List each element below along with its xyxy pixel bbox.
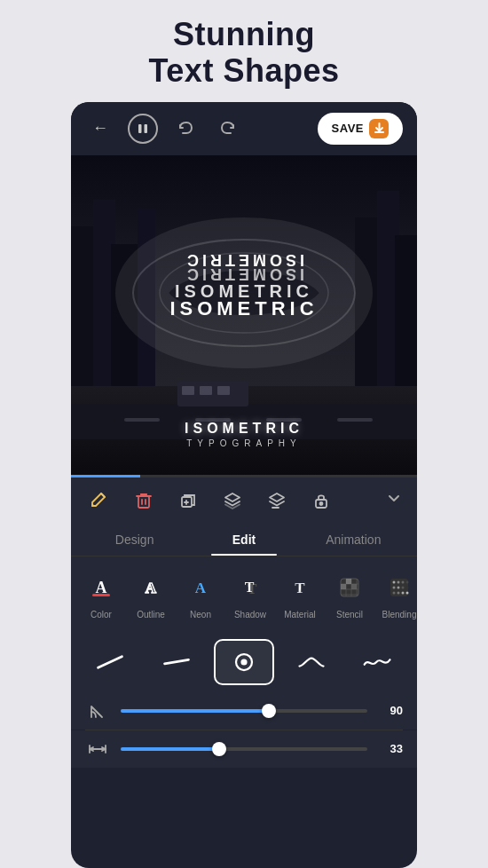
app-container: ← SAVE [71,102,417,868]
svg-text:ISOMETRIC: ISOMETRIC [175,281,313,301]
edit-tabs: Design Edit Animation [71,524,417,556]
tab-edit[interactable]: Edit [189,524,298,556]
effect-blending[interactable]: Blending [376,565,417,623]
svg-rect-52 [341,584,346,589]
svg-rect-16 [337,418,373,422]
save-button[interactable]: SAVE [318,113,403,145]
svg-text:A: A [195,580,207,596]
svg-rect-20 [217,386,230,395]
tab-design[interactable]: Design [80,524,189,556]
svg-point-65 [406,586,409,588]
material-label: Material [284,610,316,619]
shape-wave1[interactable] [82,639,138,685]
svg-text:T: T [245,580,255,595]
outline-icon: A [132,569,169,606]
svg-rect-1 [145,124,148,133]
svg-point-57 [402,580,405,583]
stencil-icon [331,569,368,606]
svg-point-66 [406,591,409,594]
shadow-label: Shadow [234,610,266,619]
effect-shadow[interactable]: T T Shadow [227,565,273,623]
undo-button[interactable] [170,114,201,144]
redo-button[interactable] [213,114,243,144]
tab-animation[interactable]: Animation [299,524,408,556]
svg-point-62 [397,591,400,594]
outline-label: Outline [137,610,165,619]
effect-color[interactable]: A Color [78,565,124,623]
angle-slider-fill [121,709,269,713]
angle-icon [85,701,110,721]
svg-rect-51 [346,579,351,584]
svg-line-73 [164,659,188,664]
minus-layers-tool[interactable] [263,486,291,515]
svg-rect-38 [92,594,110,596]
page-title: Stunning Text Shapes [35,16,453,90]
svg-rect-2 [374,131,384,133]
spacing-value: 33 [378,742,403,755]
shape-circle[interactable] [214,639,274,685]
pause-button[interactable] [128,114,158,144]
canvas-text-overlay: ISOMETRIC TYPOGRAPHY [185,421,303,448]
spacing-slider-thumb[interactable] [212,742,226,756]
svg-text:ISOMETRIC: ISOMETRIC [184,265,304,283]
svg-point-36 [320,502,323,505]
progress-bar[interactable] [71,475,417,477]
svg-point-75 [240,659,247,665]
chevron-down-button[interactable] [385,489,403,511]
spacing-slider[interactable] [121,747,367,751]
svg-point-64 [406,580,409,583]
svg-rect-0 [138,124,142,133]
shape-selector-row [71,632,417,692]
blending-icon [381,569,417,606]
pencil-tool[interactable] [85,486,114,515]
color-icon: A [83,569,120,606]
svg-point-55 [393,580,396,583]
svg-text:T: T [295,580,305,596]
svg-text:A: A [146,580,157,596]
canvas-main-text: ISOMETRIC [185,421,303,437]
material-icon: T [281,569,319,606]
svg-rect-28 [138,496,149,508]
svg-rect-19 [200,386,212,395]
blending-label: Blending [382,610,417,619]
svg-point-60 [402,586,405,588]
neon-label: Neon [190,610,211,619]
stencil-label: Stencil [336,610,363,619]
lock-tool[interactable] [307,486,335,515]
canvas-area: ISOMETRIC ISOMETRIC ISOMETRIC ISOMETRIC … [71,155,417,475]
svg-point-61 [393,591,396,594]
bottom-toolbar [71,477,417,524]
effect-neon[interactable]: A Neon [177,565,224,623]
shape-wave2[interactable] [147,639,204,685]
spacing-icon [85,739,110,759]
angle-slider[interactable] [121,709,367,713]
angle-slider-row: 90 [71,692,417,730]
svg-point-58 [393,586,396,588]
angle-value: 90 [378,704,403,717]
effect-material[interactable]: T Material [277,565,323,623]
add-layer-tool[interactable] [174,486,202,515]
svg-rect-53 [351,584,357,589]
layers-tool[interactable] [218,486,247,515]
angle-slider-thumb[interactable] [262,704,276,718]
spacing-slider-row: 33 [71,730,417,768]
trash-tool[interactable] [130,486,158,515]
svg-point-56 [397,580,400,583]
shape-s-curve[interactable] [283,639,340,685]
spacing-slider-fill [121,747,219,751]
effect-stencil[interactable]: Stencil [327,565,373,623]
svg-rect-10 [395,235,417,404]
effect-outline[interactable]: A Outline [128,565,174,623]
svg-point-59 [397,586,400,588]
top-toolbar: ← SAVE [71,102,417,155]
progress-fill [71,475,140,477]
page-header: Stunning Text Shapes [0,0,488,102]
save-icon [369,119,389,138]
shape-wave[interactable] [350,639,406,685]
effects-row: A Color A Outline A Neon [71,556,417,632]
color-label: Color [91,610,112,619]
neon-icon: A [182,569,219,606]
back-button[interactable]: ← [85,114,115,144]
svg-rect-18 [182,386,194,395]
svg-point-63 [402,591,405,594]
